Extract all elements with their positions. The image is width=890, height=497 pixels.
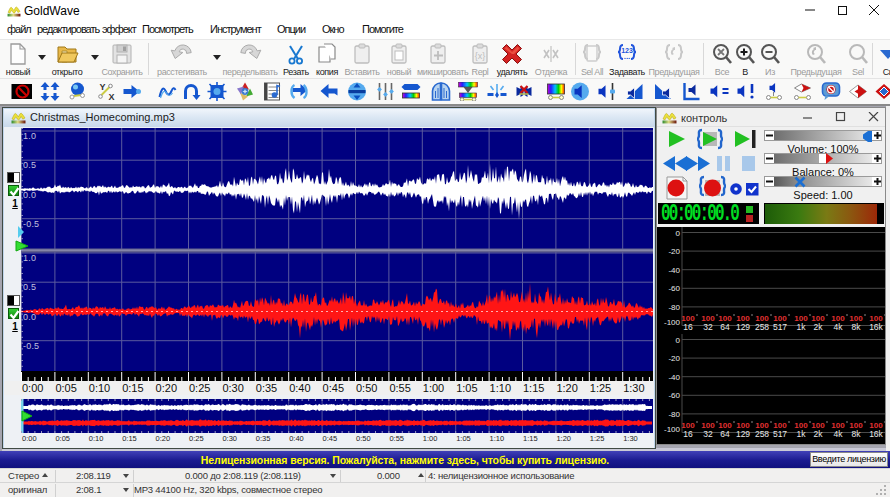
svg-text:0: 0 [676, 336, 681, 345]
svg-text:{x}: {x} [475, 51, 486, 61]
svg-text:100: 100 [831, 314, 845, 323]
svg-text:100: 100 [773, 314, 787, 323]
svg-text:100: 100 [831, 421, 845, 430]
svg-text:X: X [109, 92, 115, 101]
svg-text:100: 100 [681, 421, 695, 430]
svg-text:100: 100 [755, 314, 769, 323]
svg-text:-100: -100 [664, 318, 681, 327]
svg-text:100: 100 [736, 314, 750, 323]
svg-text:-80: -80 [668, 303, 680, 312]
svg-text:-20: -20 [668, 354, 680, 363]
svg-text:100: 100 [755, 421, 769, 430]
svg-text:100: 100 [736, 421, 750, 430]
svg-text:0: 0 [676, 229, 681, 238]
svg-text:100: 100 [794, 421, 808, 430]
svg-text:100: 100 [849, 421, 863, 430]
svg-text:-20: -20 [668, 247, 680, 256]
svg-text:-80: -80 [668, 410, 680, 419]
svg-text:100: 100 [718, 314, 732, 323]
svg-text:100: 100 [869, 421, 883, 430]
svg-text:-60: -60 [668, 284, 680, 293]
svg-text:100: 100 [849, 314, 863, 323]
svg-text:-100: -100 [664, 425, 681, 434]
svg-text:100: 100 [811, 421, 825, 430]
svg-text:-40: -40 [668, 266, 680, 275]
svg-text:100: 100 [701, 421, 715, 430]
svg-text:100: 100 [773, 421, 787, 430]
svg-text:100: 100 [681, 314, 695, 323]
svg-text:100: 100 [701, 314, 715, 323]
svg-text:100: 100 [794, 314, 808, 323]
svg-text:...: ... [624, 52, 631, 61]
svg-text:100: 100 [869, 314, 883, 323]
svg-text:-40: -40 [668, 373, 680, 382]
svg-text:100: 100 [811, 314, 825, 323]
svg-text:100: 100 [718, 421, 732, 430]
svg-text:-60: -60 [668, 391, 680, 400]
